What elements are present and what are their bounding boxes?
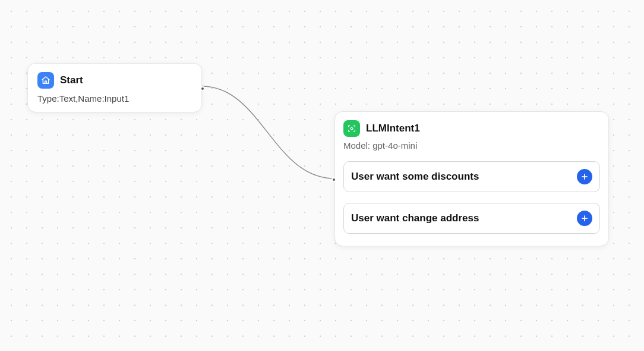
- home-icon: [37, 72, 54, 89]
- svg-point-0: [351, 127, 353, 130]
- start-node[interactable]: Start Type:Text,Name:Input1: [27, 63, 202, 112]
- input-port[interactable]: [332, 177, 336, 182]
- intent-icon: [343, 120, 360, 137]
- intent-row[interactable]: User want change address: [343, 203, 600, 234]
- llm-node-subtitle: Model: gpt-4o-mini: [343, 140, 600, 151]
- llm-node-title: LLMIntent1: [366, 123, 420, 134]
- intent-row[interactable]: User want some discounts: [343, 161, 600, 192]
- add-intent-button[interactable]: [577, 211, 592, 226]
- intent-label: User want change address: [351, 212, 479, 224]
- intent-label: User want some discounts: [351, 171, 479, 183]
- add-intent-button[interactable]: [577, 169, 592, 184]
- start-node-subtitle: Type:Text,Name:Input1: [37, 93, 192, 104]
- llm-intent-node[interactable]: LLMIntent1 Model: gpt-4o-mini User want …: [334, 111, 609, 246]
- output-port[interactable]: [200, 86, 205, 91]
- start-node-title: Start: [60, 74, 83, 86]
